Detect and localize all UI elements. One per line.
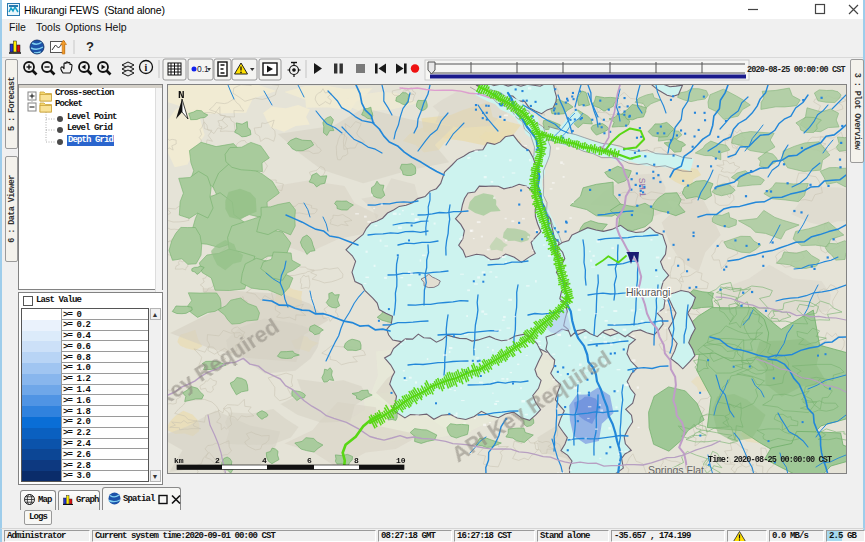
svg-text:8: 8 <box>354 456 359 465</box>
svg-text:Hikurangi: Hikurangi <box>626 286 670 298</box>
svg-text:2: 2 <box>215 456 220 465</box>
svg-text:4: 4 <box>262 456 267 465</box>
svg-text:SH 1: SH 1 <box>637 178 648 198</box>
svg-text:i: i <box>145 62 148 73</box>
svg-text:N: N <box>178 89 185 101</box>
svg-text:2020-08-25 00:00:00 CST: 2020-08-25 00:00:00 CST <box>747 65 846 75</box>
svg-text:Time: 2020-08-25 00:00:00 CST: Time: 2020-08-25 00:00:00 CST <box>708 455 832 465</box>
svg-text:10: 10 <box>396 456 406 465</box>
svg-text:km: km <box>174 456 184 465</box>
svg-text:0.1: 0.1 <box>197 64 209 74</box>
svg-text:6: 6 <box>307 456 312 465</box>
svg-text:Springs Flat: Springs Flat <box>648 464 704 474</box>
